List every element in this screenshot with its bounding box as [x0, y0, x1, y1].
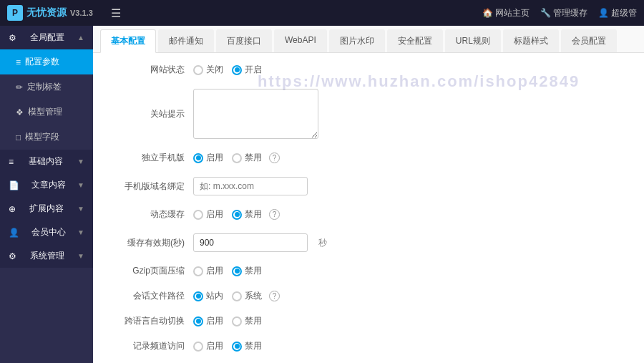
info-mobile-icon[interactable]: ? [269, 153, 280, 163]
arrow-icon-member: ▼ [77, 228, 84, 236]
radio-record-disable[interactable]: 禁用 [232, 340, 262, 352]
sidebar-item-custom-tags[interactable]: ✏ 定制标签 [0, 74, 93, 100]
radio-cache-enable[interactable]: 启用 [193, 208, 223, 221]
input-cache-expire[interactable] [193, 233, 308, 252]
arrow-icon-system: ▼ [77, 252, 84, 260]
radio-gzip-disable[interactable]: 禁用 [232, 265, 262, 277]
content-auto-lang: 启用 禁用 [193, 315, 262, 327]
tab-baidu-api[interactable]: 百度接口 [216, 29, 272, 52]
arrow-icon-basic: ▼ [77, 158, 84, 165]
radio-cache-disable[interactable]: 禁用 [232, 208, 262, 221]
content-record-visit: 启用 禁用 [193, 340, 262, 352]
radio-circle-gzip-disable [232, 266, 242, 276]
content-session-path: 站内 系统 ? [193, 290, 280, 302]
label-record-visit: 记录频道访问 [107, 340, 193, 352]
sidebar-section-system[interactable]: ⚙ 系统管理 ▼ [0, 244, 93, 268]
input-mobile-domain[interactable] [193, 177, 308, 195]
article-icon: 📄 [9, 180, 19, 190]
content-gzip: 启用 禁用 [193, 265, 262, 277]
form-row-session-path: 会话文件路径 站内 系统 ? [107, 290, 630, 302]
label-mobile: 独立手机版 [107, 152, 193, 164]
radio-mobile-disable[interactable]: 禁用 [232, 152, 262, 164]
model-manage-icon: ❖ [16, 107, 24, 117]
label-site-status: 网站状态 [107, 64, 193, 76]
form-row-auto-lang: 跨语言自动切换 启用 禁用 [107, 315, 630, 327]
radio-close[interactable]: 关闭 [193, 64, 223, 76]
radio-circle-lang-disable [232, 316, 242, 326]
radio-site-status: 关闭 开启 [193, 64, 262, 76]
radio-session-site[interactable]: 站内 [193, 290, 223, 302]
logo-text: 无忧资源 [26, 6, 67, 19]
radio-auto-lang: 启用 禁用 [193, 315, 262, 327]
tab-watermark[interactable]: 图片水印 [329, 29, 385, 52]
sidebar-item-model-manage[interactable]: ❖ 模型管理 [0, 100, 93, 125]
nav-home-link[interactable]: 🏠 网站主页 [482, 7, 530, 19]
radio-lang-disable[interactable]: 禁用 [232, 315, 262, 327]
nav-admin-link[interactable]: 🔧 管理缓存 [540, 7, 587, 19]
radio-circle-open [232, 65, 242, 75]
sidebar-item-model-fields[interactable]: □ 模型字段 [0, 125, 93, 150]
form-row-mobile: 独立手机版 启用 禁用 ? [107, 152, 630, 164]
radio-session-system[interactable]: 系统 [232, 290, 262, 302]
tab-email-notify[interactable]: 邮件通知 [158, 29, 214, 52]
global-config-icon: ⚙ [9, 33, 16, 43]
radio-record-enable[interactable]: 启用 [193, 340, 223, 352]
radio-circle-cache-disable [232, 210, 242, 220]
radio-lang-enable[interactable]: 启用 [193, 315, 223, 327]
tab-webapi[interactable]: WebAPI [274, 29, 327, 52]
logo-icon: P [7, 5, 23, 21]
label-cache-expire: 缓存有效期(秒) [107, 237, 193, 249]
topbar-left: P 无忧资源 V3.1.3 ☰ [7, 5, 121, 21]
form-row-close-tip: 关站提示 [107, 89, 630, 139]
tab-title-style[interactable]: 标题样式 [503, 29, 559, 52]
radio-circle-session-system [232, 291, 242, 301]
content-mobile: 启用 禁用 ? [193, 152, 280, 164]
radio-circle-record-disable [232, 342, 242, 352]
arrow-icon-article: ▼ [77, 181, 84, 189]
arrow-icon: ▲ [77, 34, 84, 42]
menu-toggle-button[interactable]: ☰ [111, 6, 121, 20]
info-cache-icon[interactable]: ? [269, 209, 280, 220]
nav-user-link[interactable]: 👤 超级管 [598, 7, 637, 19]
radio-record-visit: 启用 禁用 [193, 340, 262, 352]
form-row-site-status: 网站状态 关闭 开启 [107, 64, 630, 76]
sidebar-section-global[interactable]: ⚙ 全局配置 ▲ [0, 26, 93, 49]
tab-security[interactable]: 安全配置 [387, 29, 443, 52]
content-close-tip [193, 89, 318, 139]
radio-circle-gzip-enable [193, 266, 203, 276]
tab-bar: 基本配置 邮件通知 百度接口 WebAPI 图片水印 安全配置 URL规则 标题… [93, 26, 644, 53]
form-row-record-visit: 记录频道访问 启用 禁用 [107, 340, 630, 352]
content-site-status: 关闭 开启 [193, 64, 262, 76]
user-icon: 👤 [598, 8, 609, 18]
label-close-tip: 关站提示 [107, 108, 193, 120]
info-session-icon[interactable]: ? [269, 291, 280, 301]
radio-open[interactable]: 开启 [232, 64, 262, 76]
basic-content-icon: ≡ [9, 157, 14, 167]
sidebar-section-basic[interactable]: ≡ 基础内容 ▼ [0, 150, 93, 173]
radio-circle-cache-enable [193, 210, 203, 220]
content-cache-expire: 秒 [193, 233, 327, 252]
content-area: https://www.huzhan.com/ishop42849 基本配置 邮… [93, 26, 644, 363]
radio-mobile-enable[interactable]: 启用 [193, 152, 223, 164]
sidebar-item-config-params[interactable]: ≡ 配置参数 [0, 49, 93, 74]
radio-circle-mobile-enable [193, 153, 203, 163]
tab-basic-config[interactable]: 基本配置 [100, 29, 156, 53]
sidebar: ⚙ 全局配置 ▲ ≡ 配置参数 ✏ 定制标签 ❖ 模型管理 □ 模型字段 [0, 26, 93, 363]
radio-gzip-enable[interactable]: 启用 [193, 265, 223, 277]
form-row-cache-expire: 缓存有效期(秒) 秒 [107, 233, 630, 252]
admin-icon: 🔧 [540, 8, 551, 18]
sidebar-section-extend[interactable]: ⊕ 扩展内容 ▼ [0, 197, 93, 221]
version-badge: V3.1.3 [70, 9, 93, 17]
content-mobile-domain [193, 177, 308, 195]
suffix-seconds: 秒 [318, 237, 327, 249]
label-mobile-domain: 手机版域名绑定 [107, 180, 193, 193]
logo: P 无忧资源 V3.1.3 [7, 5, 93, 21]
radio-mobile: 启用 禁用 [193, 152, 262, 164]
label-session-path: 会话文件路径 [107, 290, 193, 302]
custom-tags-icon: ✏ [16, 82, 23, 92]
tab-member-config[interactable]: 会员配置 [561, 29, 617, 52]
tab-url-rule[interactable]: URL规则 [445, 29, 501, 52]
sidebar-section-article[interactable]: 📄 文章内容 ▼ [0, 173, 93, 197]
sidebar-section-member[interactable]: 👤 会员中心 ▼ [0, 221, 93, 244]
textarea-close-tip[interactable] [193, 89, 318, 139]
